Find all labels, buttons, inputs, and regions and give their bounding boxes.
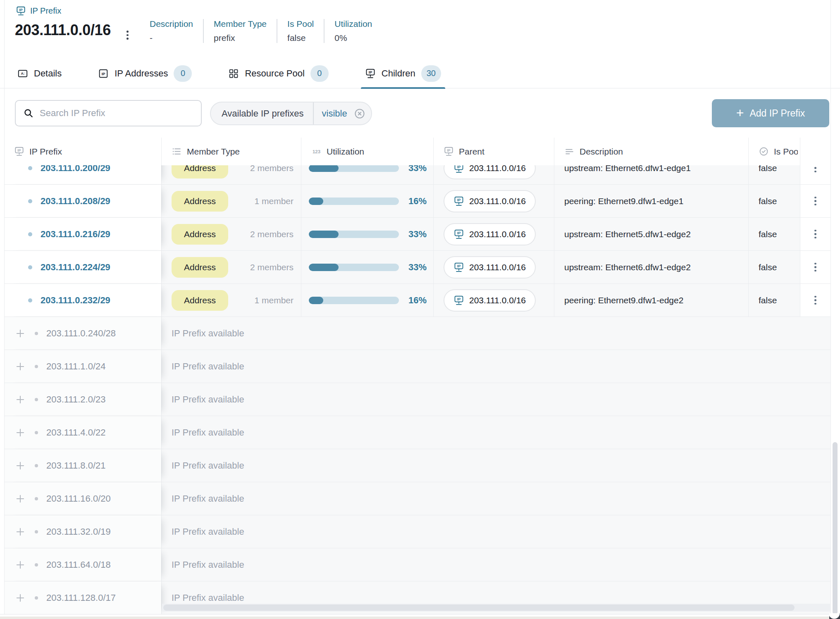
- available-row: 203.111.4.0/22 IP Prefix available: [4, 416, 830, 449]
- grid-icon: [228, 68, 239, 79]
- tab-children[interactable]: Children 30: [363, 58, 444, 88]
- table-header: IP Prefix Member Type Utilization Parent…: [4, 138, 830, 165]
- prefix-link[interactable]: 203.111.0.216/29: [41, 229, 110, 240]
- row-bullet-icon: [28, 232, 32, 236]
- filter-chip[interactable]: Available IP prefixes visible: [210, 102, 372, 125]
- meta-divider: [277, 19, 277, 43]
- meta-is-pool: Is Pool false: [287, 19, 314, 43]
- row-bullet-icon: [35, 365, 38, 368]
- is-pool-value: false: [759, 262, 777, 272]
- available-prefix: 203.111.16.0/20: [46, 493, 111, 504]
- utilization-value: 33%: [399, 229, 433, 240]
- tab-count-badge: 0: [174, 65, 192, 82]
- available-row: 203.111.16.0/20 IP Prefix available: [4, 482, 830, 515]
- add-child-prefix-button[interactable]: [15, 493, 26, 504]
- ip-prefix-icon: [453, 196, 464, 207]
- panel-left-edge: [4, 0, 5, 614]
- title-menu-button[interactable]: [126, 31, 129, 40]
- available-label: IP Prefix available: [172, 328, 244, 339]
- prefix-link[interactable]: 203.111.0.232/29: [41, 295, 110, 306]
- add-ip-prefix-button[interactable]: + Add IP Prefix: [712, 99, 829, 127]
- filter-chip-label: Available IP prefixes: [222, 108, 304, 119]
- column-header-actions: [800, 138, 830, 165]
- utilization-value: 16%: [399, 295, 433, 306]
- available-row: 203.111.64.0/18 IP Prefix available: [4, 548, 830, 581]
- tab-ip-addresses[interactable]: IP Addresses 0: [95, 58, 194, 88]
- ip-prefix-icon: [444, 146, 454, 157]
- vertical-scrollbar[interactable]: [833, 442, 838, 614]
- row-bullet-icon: [28, 199, 32, 203]
- member-count: 2 members: [250, 262, 294, 272]
- member-count: 1 member: [254, 295, 294, 305]
- panel-bottom-edge: [0, 614, 840, 614]
- parent-link[interactable]: 203.111.0.0/16: [444, 190, 536, 212]
- parent-label: 203.111.0.0/16: [469, 229, 526, 239]
- filter-chip-value: visible: [322, 108, 347, 119]
- row-menu-button[interactable]: [812, 260, 819, 274]
- chip-divider: [313, 102, 314, 124]
- ip-box-icon: [98, 68, 109, 79]
- remove-filter-icon[interactable]: [354, 108, 365, 119]
- description-text: upstream: Ethernet6.dfw1-edge2: [564, 262, 691, 272]
- utilization-bar: [309, 164, 399, 172]
- ip-prefix-icon: [14, 146, 24, 157]
- available-label: IP Prefix available: [172, 361, 244, 372]
- search-input[interactable]: [40, 108, 193, 119]
- parent-link[interactable]: 203.111.0.0/16: [444, 256, 536, 279]
- breadcrumb[interactable]: IP Prefix: [16, 6, 61, 16]
- add-child-prefix-button[interactable]: [15, 593, 26, 603]
- add-child-prefix-button[interactable]: [15, 559, 26, 570]
- parent-link[interactable]: 203.111.0.0/16: [444, 223, 536, 245]
- add-child-prefix-button[interactable]: [15, 460, 26, 471]
- ip-prefix-icon: [453, 262, 464, 273]
- is-pool-value: false: [759, 229, 777, 239]
- horizontal-scrollbar[interactable]: [163, 605, 795, 611]
- row-bullet-icon: [28, 166, 32, 170]
- parent-link[interactable]: 203.111.0.0/16: [444, 289, 536, 312]
- tab-resource-pool[interactable]: Resource Pool 0: [226, 58, 331, 88]
- ip-prefix-icon: [365, 68, 376, 79]
- id-card-icon: [17, 68, 28, 79]
- ip-prefix-icon: [453, 229, 464, 240]
- available-row: 203.111.8.0/21 IP Prefix available: [4, 449, 830, 482]
- add-child-prefix-button[interactable]: [15, 394, 26, 405]
- row-bullet-icon: [28, 265, 32, 269]
- row-bullet-icon: [35, 332, 38, 335]
- utilization-value: 33%: [399, 262, 433, 273]
- column-header-utilization: Utilization: [301, 138, 433, 165]
- available-row: 203.111.2.0/23 IP Prefix available: [4, 383, 830, 416]
- list-icon: [172, 146, 182, 157]
- member-count: 1 member: [254, 196, 294, 206]
- row-menu-button[interactable]: [812, 293, 819, 307]
- available-label: IP Prefix available: [172, 427, 244, 438]
- is-pool-value: false: [759, 295, 777, 305]
- available-prefix: 203.111.0.240/28: [46, 328, 116, 339]
- available-row: 203.111.0.240/28 IP Prefix available: [4, 317, 830, 350]
- row-menu-button[interactable]: [812, 194, 819, 208]
- table-row: 203.111.0.224/29 Address 2 members 33% 2…: [4, 251, 830, 284]
- available-prefix: 203.111.64.0/18: [46, 559, 111, 570]
- tab-details[interactable]: Details: [15, 58, 64, 88]
- column-header-description: Description: [554, 138, 748, 165]
- add-child-prefix-button[interactable]: [15, 328, 26, 339]
- add-child-prefix-button[interactable]: [15, 427, 26, 438]
- row-bullet-icon: [35, 596, 38, 600]
- add-child-prefix-button[interactable]: [15, 361, 26, 372]
- meta-label: Is Pool: [287, 19, 314, 29]
- page-title: 203.111.0.0/16: [15, 21, 111, 39]
- row-menu-button[interactable]: [812, 227, 819, 241]
- available-row: 203.111.32.0/19 IP Prefix available: [4, 515, 830, 548]
- add-child-prefix-button[interactable]: [15, 526, 26, 537]
- page-header: IP Prefix 203.111.0.0/16 Description - M…: [0, 0, 840, 88]
- member-type-badge: Address: [172, 191, 228, 212]
- prefix-link[interactable]: 203.111.0.224/29: [41, 262, 110, 273]
- description-text: peering: Ethernet9.dfw1-edge2: [564, 295, 683, 305]
- prefix-link[interactable]: 203.111.0.208/29: [41, 196, 110, 207]
- children-table-body: 203.111.0.200/29 Address 2 members 33% 2…: [4, 138, 830, 614]
- table-row: 203.111.0.216/29 Address 2 members 33% 2…: [4, 218, 830, 251]
- meta-divider: [203, 19, 204, 43]
- tab-bar: Details IP Addresses 0 Resource Pool 0 C…: [15, 58, 444, 88]
- meta-label: Description: [150, 19, 193, 29]
- available-label: IP Prefix available: [172, 559, 244, 570]
- meta-divider: [324, 19, 325, 43]
